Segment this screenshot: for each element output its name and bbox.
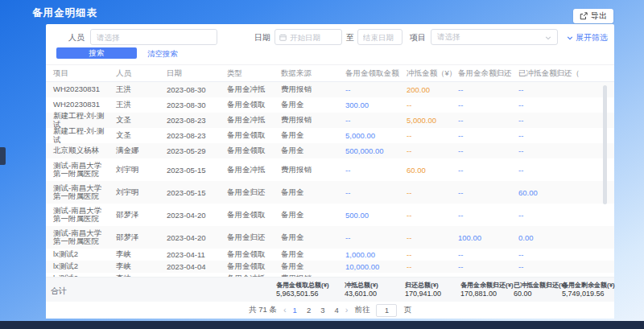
person-filter-input[interactable] [91,30,217,44]
cell-source: 费用报销 [278,165,342,175]
cell-offset_return: -- [515,116,580,125]
cell-project: WH20230831 [50,85,113,94]
cell-source: 备用金 [278,232,342,243]
cell-received: 5,000.00 [342,131,403,140]
date-end-field[interactable] [357,29,402,45]
next-page-icon[interactable]: › [345,306,349,315]
summary-stat-label: 归还总额(¥) [405,281,441,290]
cell-date: 2023-04-11 [163,250,224,259]
page-number-3[interactable]: 3 [320,306,324,315]
export-button[interactable]: 导出 [573,9,613,23]
search-button[interactable]: 搜索 [56,47,137,59]
cell-balance_return: -- [455,101,515,109]
cell-balance_return: -- [455,188,515,197]
column-header: 人员 [113,68,163,79]
cell-type: 备用金归还 [224,232,278,243]
pagination-total: 共 71 条 [249,305,277,315]
table-row[interactable]: 北京顺义杨林满金娜2023-05-29备用金领取备用金500,000.00---… [46,143,614,158]
cell-project: 北京顺义杨林 [50,146,113,155]
table-row[interactable]: 新建工程-刘-测试文圣2023-08-23备用金领取备用金5,000.00---… [46,128,614,143]
cell-project: WH20230831 [50,101,113,109]
cell-source: 费用报销 [278,115,342,125]
project-select-placeholder: 请选择 [437,32,460,43]
goto-page-input[interactable] [376,304,397,317]
cell-person: 李峡 [113,249,163,260]
side-drawer-handle[interactable] [0,147,6,165]
cell-source: 备用金 [278,100,342,110]
cell-date: 2023-08-23 [163,116,224,125]
summary-stat: 备用金余额归还(¥)170,881.00 [460,281,514,298]
cell-date: 2023-04-20 [163,233,224,242]
table-row[interactable]: 测试-南昌大学第一附属医院刘宇明2023-05-15备用金归还备用金------… [46,181,614,204]
cell-offset: -- [403,188,455,197]
cell-received: -- [342,116,403,125]
cell-offset: -- [403,101,455,109]
cell-type: 备用金归还 [224,187,278,198]
bottom-taskbar-strip [0,321,644,329]
cell-type: 备用金冲抵 [224,84,278,95]
table-row[interactable]: WH20230831王洪2023-08-30备用金领取备用金300.00----… [46,97,614,113]
cell-offset: -- [403,262,455,271]
expand-filters-link[interactable]: 展开筛选 [567,32,608,43]
cell-balance_return: -- [455,116,515,125]
table-row[interactable]: 新建工程-刘-测试文圣2023-08-23备用金冲抵费用报销--5,000.00… [46,113,614,128]
table-row[interactable]: lx测试2李峡2023-04-11备用金领取备用金1,000.00------ [46,249,614,261]
page-number-1[interactable]: 1 [293,306,297,315]
summary-stat-label: 冲抵总额(¥) [345,281,378,290]
project-filter-label: 项目 [410,32,426,43]
cell-offset: -- [403,250,455,259]
cell-received: -- [342,166,403,175]
cell-offset: 60.00 [403,166,455,175]
table-row[interactable]: 测试-南昌大学第一附属医院邵梦泽2023-04-20备用金领取备用金500.00… [46,204,614,226]
cell-date: 2023-08-23 [163,131,224,140]
date-end-input[interactable] [363,30,397,44]
cell-date: 2023-05-15 [163,188,224,197]
cell-person: 文圣 [113,115,163,125]
summary-stat-label: 备用金剩余金额(¥) [562,281,615,290]
goto-page-label: 前往 [354,305,369,315]
date-start-input[interactable] [290,30,337,44]
cell-balance_return: -- [455,166,515,175]
petty-cash-detail-panel: 人员 日期 至 项目 请选择 [46,24,614,318]
cell-received: 500.00 [342,211,403,220]
cell-date: 2023-04-04 [163,262,224,271]
summary-stat-label: 备用金领取总额(¥) [276,281,329,290]
cell-type: 备用金领取 [224,130,278,141]
table-row[interactable]: WH20230831王洪2023-08-30备用金冲抵费用报销--200.00-… [46,82,614,97]
person-filter-field[interactable] [90,29,217,45]
date-start-field[interactable] [275,29,342,45]
cell-offset_return: -- [515,85,580,94]
pagination-bar: 共 71 条 ‹ 1234 › 前往 页 [46,302,614,319]
cell-date: 2023-05-15 [163,166,224,175]
cell-received: -- [342,85,403,94]
clear-search-link[interactable]: 清空搜索 [147,49,178,60]
cell-balance_return: -- [455,262,515,271]
cell-balance_return: -- [455,211,515,220]
prev-page-icon[interactable]: ‹ [283,306,287,315]
cell-type: 备用金领取 [224,210,278,220]
cell-offset: -- [403,233,455,242]
cell-offset_return: 0.00 [515,233,580,242]
table-row[interactable]: 测试-南昌大学第一附属医院刘宇明2023-05-15备用金冲抵费用报销--60.… [46,158,614,181]
page-number-4[interactable]: 4 [334,306,338,315]
cell-person: 邵梦泽 [113,210,163,220]
cell-source: 费用报销 [278,84,342,95]
cell-date: 2023-04-20 [163,211,224,220]
cell-type: 备用金冲抵 [224,115,278,125]
cell-project: 新建工程-刘-测试 [50,127,113,144]
cell-received: -- [342,188,403,197]
vertical-scrollbar[interactable] [603,85,607,204]
cell-project: 测试-南昌大学第一附属医院 [50,162,113,179]
summary-stat: 冲抵总额(¥)43,601.00 [345,281,378,298]
page-number-2[interactable]: 2 [307,306,311,315]
project-filter-select[interactable]: 请选择 [431,29,558,45]
summary-stat-value: 43,601.00 [345,290,378,298]
column-header: 备用金领取金额（¥） [342,68,403,79]
summary-stat-value: 170,941.00 [405,290,441,298]
table-row[interactable]: 测试-南昌大学第一附属医院邵梦泽2023-04-20备用金归还备用金----10… [46,226,614,249]
summary-stat: 备用金剩余金额(¥)5,749,019.56 [562,281,615,298]
column-header: 日期 [163,68,224,79]
table-row[interactable]: lx测试2李峡2023-04-04备用金领取备用金10,000.00------ [46,261,614,273]
cell-balance_return: -- [455,146,515,155]
goto-page-suffix: 页 [403,305,411,315]
